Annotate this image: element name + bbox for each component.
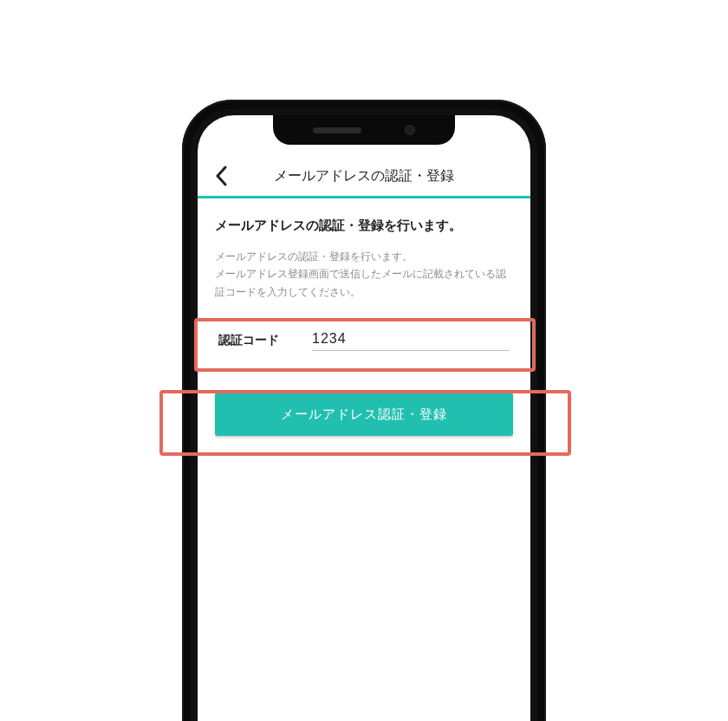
- section-title: メールアドレスの認証・登録を行います。: [215, 218, 513, 234]
- verification-code-row: 認証コード: [215, 320, 513, 361]
- page-title: メールアドレスの認証・登録: [274, 167, 454, 185]
- chevron-left-icon: [215, 166, 229, 186]
- phone-notch: [273, 115, 455, 145]
- phone-screen: メールアドレスの認証・登録 メールアドレスの認証・登録を行います。 メールアドレ…: [198, 115, 530, 721]
- section-description: メールアドレスの認証・登録を行います。メールアドレス登録画面で送信したメールに記…: [215, 248, 513, 301]
- camera-icon: [405, 125, 415, 135]
- verification-code-label: 認証コード: [218, 333, 295, 348]
- app-body: メールアドレスの認証・登録を行います。 メールアドレスの認証・登録を行います。メ…: [198, 198, 530, 436]
- back-button[interactable]: [210, 164, 234, 188]
- phone-frame: メールアドレスの認証・登録 メールアドレスの認証・登録を行います。 メールアドレ…: [182, 100, 546, 721]
- verification-code-input[interactable]: [312, 331, 510, 347]
- speaker-icon: [313, 127, 361, 133]
- submit-button[interactable]: メールアドレス認証・登録: [215, 393, 513, 436]
